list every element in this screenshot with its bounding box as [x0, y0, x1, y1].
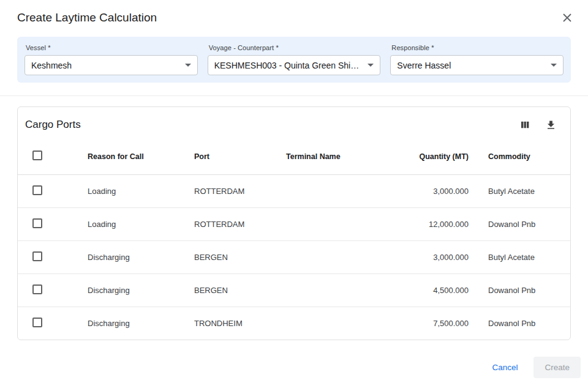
cell-port: ROTTERDAM	[178, 175, 270, 208]
cell-quantity: 12,000.000	[368, 208, 473, 241]
table-row: Discharging BERGEN 3,000.000 Butyl Aceta…	[18, 241, 570, 274]
chevron-down-icon	[551, 64, 557, 67]
responsible-value: Sverre Hassel	[397, 61, 456, 70]
voyage-counterpart-select[interactable]: KESHMESH003 - Quinta Green Shippi…	[208, 55, 381, 75]
section-divider	[0, 95, 588, 96]
column-header-reason: Reason for Call	[72, 138, 178, 175]
dialog-footer: Cancel Create	[0, 340, 588, 378]
laytime-form-panel: Vessel * Keshmesh Voyage - Counterpart *…	[17, 37, 571, 83]
cargo-ports-header: Cargo Ports	[18, 107, 570, 138]
row-checkbox[interactable]	[32, 251, 42, 261]
cargo-ports-card: Cargo Ports Reason for	[17, 106, 571, 340]
cell-quantity: 3,000.000	[368, 175, 473, 208]
cell-commodity: Butyl Acetate	[473, 175, 570, 208]
vessel-field: Vessel * Keshmesh	[24, 43, 198, 75]
cell-terminal	[270, 274, 368, 307]
voyage-counterpart-value: KESHMESH003 - Quinta Green Shippi…	[214, 61, 368, 70]
table-row: Loading ROTTERDAM 12,000.000 Dowanol Pnb	[18, 208, 570, 241]
cell-terminal	[270, 241, 368, 274]
dialog-header: Create Laytime Calculation	[0, 0, 588, 34]
cell-commodity: Dowanol Pnb	[473, 307, 570, 340]
create-button[interactable]: Create	[533, 357, 581, 378]
cell-quantity: 4,500.000	[368, 274, 473, 307]
row-checkbox[interactable]	[32, 218, 42, 228]
row-checkbox[interactable]	[32, 284, 42, 294]
cell-port: BERGEN	[178, 241, 270, 274]
table-row: Discharging TRONDHEIM 7,500.000 Dowanol …	[18, 307, 570, 340]
vessel-value: Keshmesh	[31, 61, 77, 70]
column-header-quantity: Quantity (MT)	[368, 138, 473, 175]
chevron-down-icon	[368, 64, 374, 67]
cell-commodity: Dowanol Pnb	[473, 208, 570, 241]
cell-terminal	[270, 208, 368, 241]
responsible-field: Responsible * Sverre Hassel	[390, 43, 564, 75]
vessel-select[interactable]: Keshmesh	[24, 55, 198, 75]
close-button[interactable]	[559, 9, 576, 26]
cell-terminal	[270, 175, 368, 208]
download-button[interactable]	[545, 119, 557, 131]
voyage-counterpart-label: Voyage - Counterpart *	[209, 44, 381, 51]
cell-quantity: 7,500.000	[368, 307, 473, 340]
cancel-button[interactable]: Cancel	[486, 358, 524, 377]
responsible-select[interactable]: Sverre Hassel	[390, 55, 564, 75]
cell-port: BERGEN	[178, 274, 270, 307]
table-row: Discharging BERGEN 4,500.000 Dowanol Pnb	[18, 274, 570, 307]
column-header-commodity: Commodity	[473, 138, 570, 175]
cargo-ports-actions	[519, 119, 557, 131]
cell-reason: Discharging	[72, 241, 178, 274]
cell-reason: Discharging	[72, 307, 178, 340]
voyage-counterpart-field: Voyage - Counterpart * KESHMESH003 - Qui…	[208, 43, 381, 75]
download-icon	[545, 119, 557, 131]
columns-button[interactable]	[519, 119, 531, 131]
cell-reason: Loading	[72, 208, 178, 241]
cell-commodity: Butyl Acetate	[473, 241, 570, 274]
cell-reason: Discharging	[72, 274, 178, 307]
cell-commodity: Dowanol Pnb	[473, 274, 570, 307]
cell-quantity: 3,000.000	[368, 241, 473, 274]
cell-terminal	[270, 307, 368, 340]
vessel-label: Vessel *	[26, 44, 198, 51]
row-checkbox[interactable]	[32, 185, 42, 195]
cell-port: TRONDHEIM	[178, 307, 270, 340]
select-all-checkbox[interactable]	[32, 151, 42, 160]
close-icon	[562, 12, 573, 23]
cargo-ports-title: Cargo Ports	[25, 119, 81, 131]
table-row: Loading ROTTERDAM 3,000.000 Butyl Acetat…	[18, 175, 570, 208]
cargo-ports-table: Reason for Call Port Terminal Name Quant…	[18, 138, 570, 340]
table-header-row: Reason for Call Port Terminal Name Quant…	[18, 138, 570, 175]
chevron-down-icon	[185, 64, 191, 67]
responsible-label: Responsible *	[391, 44, 564, 51]
columns-icon	[519, 119, 530, 130]
page-title: Create Laytime Calculation	[17, 11, 157, 24]
cell-port: ROTTERDAM	[178, 208, 270, 241]
column-header-port: Port	[178, 138, 270, 175]
cell-reason: Loading	[72, 175, 178, 208]
row-checkbox[interactable]	[32, 318, 42, 327]
column-header-terminal: Terminal Name	[270, 138, 368, 175]
